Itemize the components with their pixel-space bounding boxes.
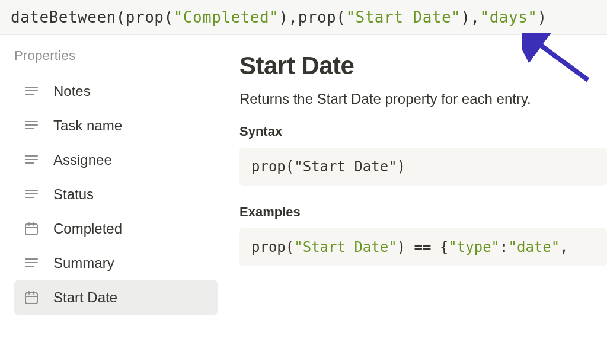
- property-item-task-name[interactable]: Task name: [14, 108, 218, 143]
- property-item-label: Task name: [53, 117, 212, 134]
- text-icon: [21, 184, 41, 205]
- syntax-heading: Syntax: [239, 124, 607, 139]
- property-item-status[interactable]: Status: [14, 177, 218, 212]
- code-token: :: [500, 239, 508, 256]
- property-detail-pane: Start Date Returns the Start Date proper…: [226, 35, 607, 363]
- text-icon: [21, 253, 41, 273]
- formula-bar[interactable]: dateBetween(prop("Completed"),prop("Star…: [0, 0, 607, 35]
- formula-token: ): [279, 8, 288, 26]
- formula-token: ): [537, 8, 547, 26]
- code-token: "date": [509, 239, 560, 256]
- property-item-label: Summary: [53, 255, 212, 272]
- svg-rect-13: [25, 224, 37, 235]
- formula-token: ,: [288, 8, 298, 26]
- formula-token: (: [116, 8, 126, 26]
- example-code-block[interactable]: prop("Start Date") == {"type":"date",: [239, 228, 607, 266]
- property-item-label: Notes: [53, 83, 212, 100]
- formula-token: (: [164, 8, 173, 26]
- property-item-label: Start Date: [53, 289, 212, 306]
- property-item-label: Status: [53, 186, 212, 203]
- text-icon: [21, 116, 41, 136]
- property-item-start-date[interactable]: Start Date: [14, 280, 218, 315]
- formula-token: prop: [126, 8, 164, 26]
- formula-token: ,: [470, 8, 480, 26]
- property-item-label: Assignee: [53, 152, 212, 168]
- syntax-code-block[interactable]: prop("Start Date"): [239, 148, 607, 186]
- text-icon: [21, 150, 41, 170]
- property-item-assignee[interactable]: Assignee: [14, 143, 218, 177]
- code-token: prop: [251, 239, 286, 256]
- formula-token: ): [461, 8, 470, 26]
- text-icon: [21, 81, 41, 101]
- property-item-label: Completed: [53, 221, 212, 237]
- code-token: ,: [560, 239, 568, 256]
- code-token: "Start Date": [294, 239, 397, 256]
- sidebar-heading: Properties: [14, 48, 218, 63]
- calendar-icon: [21, 288, 41, 308]
- property-item-notes[interactable]: Notes: [14, 74, 218, 108]
- property-item-summary[interactable]: Summary: [14, 246, 218, 280]
- properties-list: NotesTask nameAssigneeStatusCompletedSum…: [14, 74, 218, 315]
- code-token: (: [286, 239, 294, 256]
- detail-description: Returns the Start Date property for each…: [239, 91, 607, 107]
- formula-token: dateBetween: [11, 8, 116, 26]
- properties-sidebar: Properties NotesTask nameAssigneeStatusC…: [0, 35, 226, 363]
- examples-heading: Examples: [239, 205, 607, 220]
- formula-token: "days": [480, 8, 538, 26]
- formula-token: "Completed": [174, 8, 279, 26]
- calendar-icon: [21, 219, 41, 239]
- code-token: "type": [448, 239, 500, 256]
- code-token: ) == {: [397, 239, 449, 256]
- detail-title: Start Date: [239, 52, 607, 80]
- formula-token: prop: [298, 8, 337, 26]
- svg-rect-20: [25, 293, 37, 304]
- formula-token: "Start Date": [346, 8, 461, 26]
- property-item-completed[interactable]: Completed: [14, 212, 218, 246]
- formula-token: (: [336, 8, 346, 26]
